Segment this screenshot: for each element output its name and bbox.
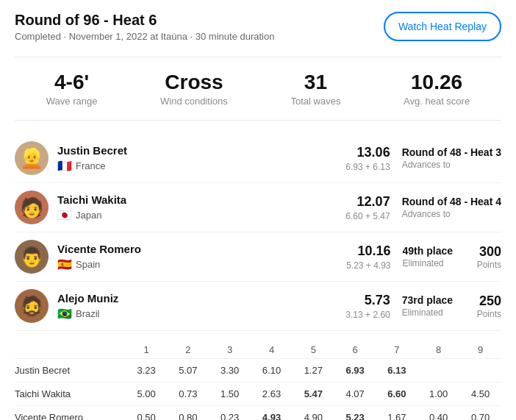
surfer-row: 👨 Vicente Romero 🇪🇸 Spain 10.16 5.23 + 4… [15, 232, 501, 282]
surfer-breakdown: 5.23 + 4.93 [346, 260, 390, 271]
surfer-result-block: Round of 48 - Heat 4 Advances to [402, 196, 501, 219]
heat-status: Completed [15, 31, 61, 42]
surfer-score: 13.06 6.93 + 6.13 [345, 145, 390, 172]
surfer-result-block: 73rd place Eliminated [402, 294, 453, 318]
result-title: Round of 48 - Heat 3 [402, 146, 501, 158]
surfer-score: 5.73 3.13 + 2.60 [345, 293, 390, 320]
surfer-country: 🇧🇷 Brazil [57, 307, 345, 321]
score-col-header: 3 [209, 341, 251, 359]
score-cell [418, 359, 459, 382]
score-table-row: Taichi Wakita5.000.731.502.635.474.076.6… [15, 382, 501, 406]
score-cell: 3.23 [126, 359, 168, 382]
result-subtitle: Eliminated [402, 307, 453, 318]
country-name: Spain [76, 259, 100, 270]
score-cell: 0.73 [168, 382, 209, 406]
score-cell: 2.63 [251, 382, 293, 406]
header: Round of 96 - Heat 6 Completed · Novembe… [15, 12, 501, 42]
stat-item: 10.26 Avg. heat score [404, 71, 470, 107]
stat-label: Wave range [46, 96, 98, 107]
surfer-avatar: 👱 [15, 141, 49, 175]
surfer-avatar: 👨 [15, 240, 49, 274]
surfer-score: 12.07 6.60 + 5.47 [345, 194, 390, 221]
header-left: Round of 96 - Heat 6 Completed · Novembe… [15, 12, 274, 42]
stat-item: 31 Total waves [290, 71, 340, 107]
score-col-header: 9 [459, 341, 501, 359]
score-col-header: 5 [293, 341, 334, 359]
country-name: Japan [76, 210, 101, 221]
score-table: 123456789Justin Becret3.235.073.306.101.… [15, 341, 501, 420]
surfer-name: Vicente Romero [57, 243, 346, 255]
surfers-list: 👱 Justin Becret 🇫🇷 France 13.06 6.93 + 6… [15, 134, 501, 331]
surfer-name: Justin Becret [57, 144, 345, 157]
stat-value: 4-6' [46, 71, 98, 94]
surfer-points: 300 Points [465, 244, 501, 270]
stat-item: Cross Wind conditions [160, 71, 228, 107]
score-cell: 0.80 [168, 406, 209, 421]
score-table-row: Vicente Romero0.500.800.234.934.905.231.… [15, 406, 501, 421]
result-title: 73rd place [402, 294, 453, 306]
score-col-header: 1 [126, 341, 168, 359]
score-cell: 3.30 [209, 359, 251, 382]
score-cell: 5.23 [334, 406, 376, 421]
country-flag: 🇪🇸 [57, 257, 72, 271]
separator1: · [64, 31, 69, 42]
surfer-info: Alejo Muniz 🇧🇷 Brazil [57, 292, 345, 321]
score-cell: 5.07 [168, 359, 209, 382]
surfer-country: 🇫🇷 France [57, 159, 345, 173]
heat-subtitle: Completed · November 1, 2022 at Itaúna ·… [15, 31, 274, 42]
stat-label: Wind conditions [160, 96, 228, 107]
surfer-total: 13.06 [345, 145, 390, 160]
surfer-country: 🇪🇸 Spain [57, 257, 346, 271]
separator2: · [190, 31, 196, 42]
surfer-country: 🇯🇵 Japan [57, 208, 345, 222]
points-value: 250 [472, 293, 501, 309]
score-col-header: 6 [334, 341, 376, 359]
surfer-result-block: 49th place Eliminated [403, 245, 453, 268]
country-flag: 🇧🇷 [57, 307, 72, 321]
score-cell: 4.93 [251, 406, 293, 421]
result-title: 49th place [403, 245, 453, 257]
surfer-breakdown: 3.13 + 2.60 [345, 310, 390, 320]
surfer-total: 5.73 [345, 293, 390, 308]
surfer-points: 250 Points [465, 293, 501, 319]
heat-date: November 1, 2022 at Itaúna [69, 31, 187, 42]
result-subtitle: Eliminated [403, 258, 453, 268]
stat-item: 4-6' Wave range [46, 71, 98, 107]
country-flag: 🇫🇷 [57, 159, 72, 173]
surfer-row: 🧔 Alejo Muniz 🇧🇷 Brazil 5.73 3.13 + 2.60… [15, 282, 501, 331]
surfer-avatar: 🧔 [15, 289, 49, 323]
score-table-row: Justin Becret3.235.073.306.101.276.936.1… [15, 359, 501, 382]
score-cell: 6.13 [376, 359, 418, 382]
surfer-name: Taichi Wakita [57, 193, 345, 206]
score-cell: 5.00 [126, 382, 168, 406]
avatar-face: 👱 [20, 141, 43, 175]
score-cell: 4.90 [293, 406, 334, 421]
surfer-right: 13.06 6.93 + 6.13 Round of 48 - Heat 3 A… [345, 145, 501, 172]
stat-value: Cross [160, 71, 228, 94]
country-name: France [76, 160, 105, 171]
score-row-name: Taichi Wakita [15, 382, 126, 406]
score-cell [459, 359, 501, 382]
score-cell: 4.50 [459, 382, 501, 406]
stat-label: Total waves [290, 96, 340, 107]
score-cell: 4.07 [334, 382, 376, 406]
score-cell: 6.93 [334, 359, 376, 382]
stats-row: 4-6' Wave range Cross Wind conditions 31… [15, 57, 501, 121]
result-subtitle: Advances to [402, 160, 501, 170]
surfer-score: 10.16 5.23 + 4.93 [346, 243, 390, 271]
watch-replay-button[interactable]: Watch Heat Replay [384, 12, 501, 41]
points-label: Points [465, 309, 501, 319]
surfer-info: Justin Becret 🇫🇷 France [57, 144, 345, 173]
score-row-name: Vicente Romero [15, 406, 126, 421]
stat-value: 10.26 [404, 71, 470, 94]
surfer-total: 12.07 [345, 194, 390, 210]
surfer-info: Vicente Romero 🇪🇸 Spain [57, 243, 346, 271]
score-col-header: 8 [418, 341, 459, 359]
score-cell: 1.00 [418, 382, 459, 406]
score-cell: 0.40 [418, 406, 459, 421]
avatar-face: 🧑 [20, 191, 43, 224]
score-cell: 6.60 [376, 382, 418, 406]
surfer-row: 👱 Justin Becret 🇫🇷 France 13.06 6.93 + 6… [15, 134, 501, 183]
score-col-header: 7 [376, 341, 418, 359]
score-cell: 0.50 [126, 406, 168, 421]
